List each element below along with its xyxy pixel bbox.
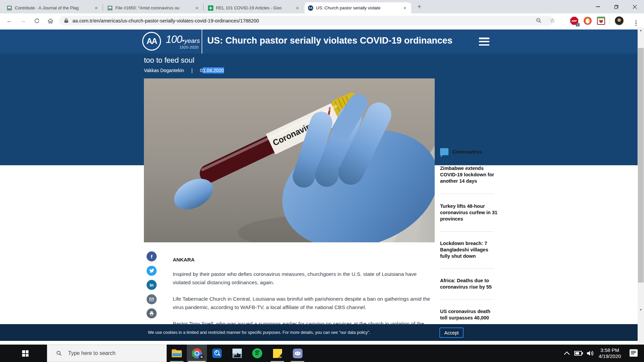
close-icon xyxy=(633,5,637,9)
tab-close-icon[interactable]: × xyxy=(93,5,99,11)
taskbar-spotify[interactable] xyxy=(247,345,267,362)
action-center-icon[interactable] xyxy=(630,349,638,357)
sidebar-divider xyxy=(440,268,494,268)
paragraph: Life Tabernacle Church in Central, Louis… xyxy=(173,295,435,311)
linkedin-share-button[interactable]: in xyxy=(147,280,157,290)
tab-separator xyxy=(103,4,103,11)
tab-title: Contribute · A Journal of the Plag xyxy=(15,5,91,10)
duckduckgo-extension-icon[interactable] xyxy=(583,16,592,25)
cookie-accept-button[interactable]: Accept xyxy=(439,327,464,338)
taskbar-magnifier-app[interactable] xyxy=(207,345,227,362)
printer-icon xyxy=(149,311,154,316)
sidebar-headline-link[interactable]: Zimbabwe extends COVID-19 lockdown for a… xyxy=(440,165,498,184)
aa-favicon-icon: AA xyxy=(308,5,313,11)
google-sheets-favicon-icon xyxy=(208,5,213,11)
coronavirus-test-tube-photo: Coronavirus : - xyxy=(144,78,435,242)
taskbar-kindle[interactable] xyxy=(227,345,247,362)
window-minimize-button[interactable] xyxy=(589,0,607,13)
sidebar-headline-link[interactable]: Lockdown breach: 7 Bangladeshi villages … xyxy=(440,240,498,259)
start-button[interactable] xyxy=(22,350,29,357)
profile-avatar[interactable] xyxy=(614,16,624,25)
zoom-level-icon[interactable] xyxy=(534,16,543,25)
battery-icon[interactable] xyxy=(574,351,583,356)
taskbar-chrome[interactable] xyxy=(187,345,207,362)
taskbar-discord[interactable] xyxy=(287,345,308,362)
adblock-badge: 1 xyxy=(576,23,580,26)
home-icon xyxy=(47,18,54,24)
tab-contribute-journal[interactable]: Contribute · A Journal of the Plag × xyxy=(3,2,103,13)
window-restore-button[interactable] xyxy=(607,0,626,13)
tab-close-icon[interactable]: × xyxy=(402,5,408,11)
sidebar-headline-link[interactable]: Turkey lifts 48-hour coronavirus curfew … xyxy=(440,203,498,222)
mcafee-extension-icon[interactable] xyxy=(596,16,606,25)
taskbar-file-explorer[interactable] xyxy=(167,345,187,362)
restore-icon xyxy=(614,5,619,9)
forward-button[interactable]: → xyxy=(18,16,28,25)
tab-close-icon[interactable]: × xyxy=(194,5,200,11)
window-close-button[interactable] xyxy=(626,0,644,13)
bookmark-star-icon[interactable]: ☆ xyxy=(548,16,557,25)
adblock-extension-icon[interactable]: ABP 1 xyxy=(570,16,579,25)
sidebar-header: Coronavirus xyxy=(440,148,498,155)
home-button[interactable] xyxy=(46,16,55,25)
chrome-menu-button[interactable] xyxy=(631,18,641,28)
tab-file-1650[interactable]: File #1650: “Amid coronavirus ou × xyxy=(104,2,203,13)
scrollbar-up-arrow[interactable]: ▲ xyxy=(638,28,644,33)
address-bar[interactable]: aa.com.tr/en/americas/us-church-pastor-s… xyxy=(59,16,553,25)
article-image: Coronavirus : - xyxy=(144,78,435,242)
tab-aa-article-active[interactable]: AA US: Church pastor serially violate × xyxy=(305,2,411,13)
email-icon xyxy=(149,297,154,302)
lock-icon xyxy=(64,18,68,23)
sidebar-headline-link[interactable]: Africa: Deaths due to coronavirus rise b… xyxy=(440,278,498,290)
windows-taskbar: 3:58 PM 4/19/2020 1 xyxy=(0,345,644,362)
sidebar-divider xyxy=(440,299,494,300)
selected-date-text: 1.04.2020 xyxy=(203,67,224,73)
tab-rel101-sheet[interactable]: REL 101 COVID-19 Articles - Goo × xyxy=(205,2,304,13)
facebook-share-button[interactable]: f xyxy=(147,251,157,261)
twitter-share-button[interactable] xyxy=(147,266,157,276)
chrome-profile-badge xyxy=(199,355,204,360)
search-input[interactable] xyxy=(67,350,155,357)
clock-date: 4/19/2020 xyxy=(594,353,625,359)
reload-button[interactable] xyxy=(32,16,42,25)
discord-icon xyxy=(293,349,303,358)
file-explorer-icon xyxy=(172,349,182,357)
sidebar-headline-link[interactable]: US coronavirus death toll surpasses 40,0… xyxy=(440,308,498,321)
journal-favicon-icon xyxy=(107,5,113,11)
journal-favicon-icon xyxy=(7,5,12,11)
article-date: 01.04.2020 xyxy=(200,67,224,73)
tab-title: REL 101 COVID-19 Articles - Goo xyxy=(216,5,292,10)
tray-expand-chevron[interactable] xyxy=(564,351,570,355)
volume-icon[interactable] xyxy=(586,350,595,356)
toolbar-separator xyxy=(609,17,609,24)
cookie-consent-banner: We use cookies in a limited and restrict… xyxy=(0,324,638,341)
print-share-button[interactable] xyxy=(147,308,157,318)
kindle-icon xyxy=(232,349,242,358)
scrollbar-thumb[interactable] xyxy=(638,48,644,283)
taskbar-sticky-notes[interactable] xyxy=(267,345,287,362)
hamburger-menu-button[interactable] xyxy=(479,38,489,46)
taskbar-search-box[interactable] xyxy=(47,345,167,362)
back-button[interactable]: ← xyxy=(5,16,14,25)
sticky-notes-icon xyxy=(273,349,282,358)
byline-separator: | xyxy=(191,68,193,73)
sidebar-title: Coronavirus xyxy=(452,149,482,155)
browser-toolbar: ← → aa.com.tr/en/americas/us-church-past… xyxy=(0,13,644,27)
cookie-message: We use cookies in a limited and restrict… xyxy=(148,330,370,335)
new-tab-button[interactable]: + xyxy=(415,3,424,11)
sidebar-divider xyxy=(440,194,494,194)
email-share-button[interactable] xyxy=(147,294,157,304)
aa-100-years-logo: 100•years xyxy=(166,34,200,46)
header-divider xyxy=(202,29,202,54)
page-title: US: Church pastor serially violates COVI… xyxy=(207,36,482,46)
tab-separator xyxy=(203,4,204,11)
aa-logo[interactable]: AA xyxy=(142,32,161,51)
taskbar-clock[interactable]: 3:58 PM 4/19/2020 xyxy=(594,347,625,359)
search-icon xyxy=(56,350,62,356)
sidebar-divider xyxy=(440,231,494,232)
related-news-sidebar: Coronavirus Zimbabwe extends COVID-19 lo… xyxy=(440,148,498,321)
scrollbar-down-arrow[interactable]: ▼ xyxy=(638,308,644,312)
page-content: AA 100•years 1920-2020 US: Church pastor… xyxy=(0,27,638,345)
author-name: Vakkas Dogantekin xyxy=(144,68,184,73)
tab-close-icon[interactable]: × xyxy=(294,5,301,11)
